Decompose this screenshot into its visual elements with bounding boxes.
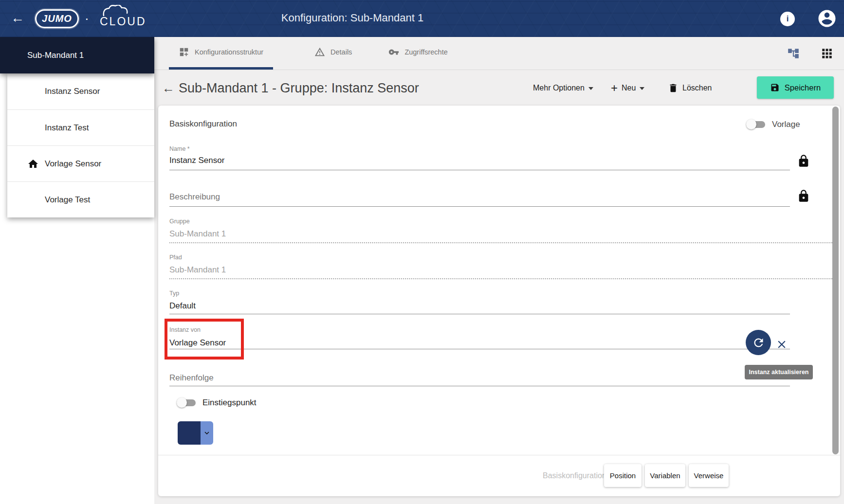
info-glyph: i xyxy=(787,14,789,24)
chevron-down-icon xyxy=(588,87,593,90)
variablen-button[interactable]: Variablen xyxy=(645,464,685,487)
name-field[interactable]: Instanz Sensor xyxy=(169,156,224,165)
type-field-label: Typ xyxy=(169,290,179,297)
path-field: Sub-Mandant 1 xyxy=(169,265,226,275)
sidebar-item-label: Vorlage Test xyxy=(45,195,90,205)
section-title: Basiskonfiguration xyxy=(169,119,237,129)
topbar: ← JUMO · CLOUD Konfiguration: Sub-Mandan… xyxy=(0,0,844,37)
chevron-down-icon xyxy=(640,87,644,90)
back-icon[interactable]: ← xyxy=(11,9,24,27)
tab-label: Konfigurationsstruktur xyxy=(195,48,263,56)
instance-of-underline xyxy=(169,349,790,349)
account-icon[interactable] xyxy=(817,8,837,29)
delete-label: Löschen xyxy=(682,84,712,92)
new-button[interactable]: + Neu xyxy=(611,83,644,93)
tree-structure-icon[interactable] xyxy=(787,47,800,60)
tab-details[interactable]: Details xyxy=(305,37,362,70)
sidebar-item-label: Instanz Test xyxy=(45,123,89,133)
toolbar-row: ← Sub-Mandant 1 - Gruppe: Instanz Sensor… xyxy=(154,70,844,106)
sidebar: Sub-Mandant 1 Instanz Sensor Instanz Tes… xyxy=(0,37,154,504)
order-underline xyxy=(169,386,790,386)
lock-icon[interactable] xyxy=(797,189,810,203)
app-window: ← JUMO · CLOUD Konfiguration: Sub-Mandan… xyxy=(0,0,844,504)
tab-konfigurationsstruktur[interactable]: Konfigurationsstruktur xyxy=(169,37,273,70)
apps-grid-icon[interactable] xyxy=(821,47,833,60)
verweise-button[interactable]: Verweise xyxy=(689,464,729,487)
trash-icon xyxy=(668,83,679,93)
einstiegspunkt-toggle-label: Einstiegspunkt xyxy=(202,398,257,408)
clear-instance-icon[interactable] xyxy=(775,338,788,351)
group-field-label: Gruppe xyxy=(169,218,190,225)
card-footer: Basiskonfiguration Position Variablen Ve… xyxy=(158,455,840,496)
cloud-logo: CLOUD xyxy=(93,5,147,32)
lock-icon[interactable] xyxy=(797,154,810,168)
warning-triangle-icon xyxy=(314,47,325,57)
main-content: Konfigurationsstruktur Details Zugriffsr… xyxy=(154,37,844,504)
sidebar-item-vorlage-sensor[interactable]: Vorlage Sensor xyxy=(7,145,154,181)
chevron-down-icon xyxy=(202,429,211,437)
save-icon xyxy=(770,83,780,92)
type-field[interactable]: Default xyxy=(169,301,196,311)
refresh-icon xyxy=(752,336,765,349)
page-title: Konfiguration: Sub-Mandant 1 xyxy=(281,12,423,24)
entry-point-toggle-row: Einstiegspunkt xyxy=(177,397,257,408)
group-underline xyxy=(169,242,832,243)
sidebar-item-label: Instanz Sensor xyxy=(45,87,100,96)
tab-label: Zugriffsrechte xyxy=(404,48,447,56)
tab-zugriffsrechte[interactable]: Zugriffsrechte xyxy=(379,37,457,70)
sidebar-item-instanz-test[interactable]: Instanz Test xyxy=(7,109,154,145)
footer-section-label: Basiskonfiguration xyxy=(543,471,606,480)
save-button[interactable]: Speichern xyxy=(757,76,834,99)
path-field-label: Pfad xyxy=(169,254,182,261)
back-icon[interactable]: ← xyxy=(162,80,175,95)
color-swatch[interactable] xyxy=(178,421,201,445)
highlight-annotation xyxy=(165,319,244,360)
path-underline xyxy=(169,278,832,279)
vorlage-toggle[interactable] xyxy=(746,119,766,130)
plus-icon: + xyxy=(611,83,618,93)
info-icon[interactable]: i xyxy=(780,12,795,26)
sidebar-nav: Instanz Sensor Instanz Test Vorlage Sens… xyxy=(7,73,154,217)
group-title: Sub-Mandant 1 - Gruppe: Instanz Sensor xyxy=(179,80,419,95)
vorlage-toggle-label: Vorlage xyxy=(772,120,800,129)
delete-button[interactable]: Löschen xyxy=(668,83,712,93)
home-icon xyxy=(27,158,39,170)
more-options-button[interactable]: Mehr Optionen xyxy=(533,84,593,92)
key-icon xyxy=(388,47,399,57)
cloud-text: CLOUD xyxy=(100,15,147,28)
template-toggle-row: Vorlage xyxy=(746,119,800,130)
color-dropdown-button[interactable] xyxy=(201,421,213,445)
description-field[interactable]: Beschreibung xyxy=(169,192,220,202)
sidebar-item-vorlage-test[interactable]: Vorlage Test xyxy=(7,181,154,217)
jumo-logo: JUMO xyxy=(35,9,79,28)
new-label: Neu xyxy=(622,84,636,92)
tab-bar: Konfigurationsstruktur Details Zugriffsr… xyxy=(154,37,844,70)
refresh-instance-button[interactable] xyxy=(746,330,771,355)
update-instance-tooltip: Instanz aktualisieren xyxy=(745,365,813,379)
more-options-label: Mehr Optionen xyxy=(533,84,585,92)
name-field-label: Name * xyxy=(169,145,190,152)
order-field[interactable]: Reihenfolge xyxy=(169,373,214,383)
form-card: Basiskonfiguration Vorlage Name * Instan… xyxy=(158,106,840,496)
group-field: Sub-Mandant 1 xyxy=(169,229,226,239)
jumo-cloud-logo: JUMO · CLOUD xyxy=(35,5,147,32)
description-underline xyxy=(169,206,790,207)
scrollbar-thumb[interactable] xyxy=(832,107,839,454)
sidebar-item-label: Vorlage Sensor xyxy=(45,159,101,169)
color-picker[interactable] xyxy=(178,421,213,445)
dashboard-customize-icon xyxy=(179,47,189,57)
save-label: Speichern xyxy=(785,83,821,92)
sidebar-header-sub-mandant[interactable]: Sub-Mandant 1 xyxy=(0,37,154,73)
brand-separator: · xyxy=(85,11,89,26)
name-underline xyxy=(169,170,790,170)
sidebar-item-instanz-sensor[interactable]: Instanz Sensor xyxy=(7,73,154,109)
einstiegspunkt-toggle[interactable] xyxy=(177,397,196,408)
type-underline xyxy=(169,314,790,314)
position-button[interactable]: Position xyxy=(604,464,642,487)
tab-label: Details xyxy=(330,48,352,56)
